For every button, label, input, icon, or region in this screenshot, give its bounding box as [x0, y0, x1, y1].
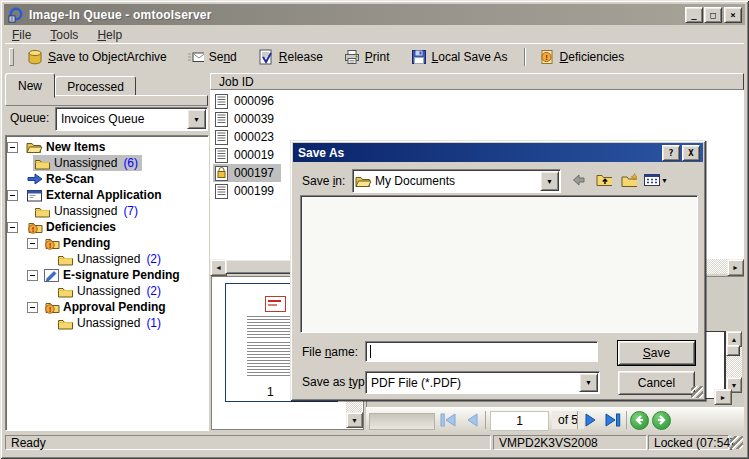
- tree-item-unassigned-1[interactable]: Unassigned(1): [56, 315, 165, 331]
- tree-item-label: Approval Pending: [63, 300, 166, 314]
- tree-item-external-application[interactable]: External Application: [25, 187, 166, 203]
- collapse-icon[interactable]: [7, 142, 18, 153]
- save-button[interactable]: Save: [618, 341, 695, 365]
- collapse-icon[interactable]: [27, 270, 38, 281]
- separator: [524, 48, 526, 66]
- save-button-label: Save: [643, 346, 670, 360]
- tree-item-unassigned-2[interactable]: Unassigned(2): [56, 251, 165, 267]
- separator: [485, 411, 486, 429]
- tab-new[interactable]: New: [5, 73, 55, 98]
- cancel-button-label: Cancel: [638, 376, 675, 390]
- status-ready-text: Ready: [11, 436, 46, 450]
- toolbar-save-to-objectarchive[interactable]: Save to ObjectArchive: [20, 47, 174, 67]
- collapse-icon[interactable]: [7, 190, 18, 201]
- job-row-000096[interactable]: 000096: [213, 92, 281, 110]
- scrollbar-thumb[interactable]: [726, 345, 740, 356]
- collapse-icon[interactable]: [27, 302, 38, 313]
- menu-tools[interactable]: Tools: [43, 27, 85, 43]
- dialog-close-button[interactable]: X: [682, 145, 700, 161]
- toolbar-label: Release: [279, 50, 323, 64]
- last-page-button[interactable]: [602, 410, 623, 430]
- toolbar-label: Print: [365, 50, 390, 64]
- tree-item-label: Unassigned: [77, 316, 140, 330]
- status-bar: Ready VMPD2K3VS2008 Locked (07:54): [4, 433, 745, 453]
- toolbar-local-save-as[interactable]: Local Save As: [404, 47, 515, 67]
- tree-item-new-items[interactable]: New Items: [25, 139, 109, 155]
- send-icon: [188, 49, 204, 65]
- job-row-000199[interactable]: 000199: [213, 182, 281, 200]
- tab-processed[interactable]: Processed: [55, 76, 136, 97]
- close-button[interactable]: ×: [724, 7, 742, 23]
- menu-help[interactable]: Help: [90, 27, 129, 43]
- window-resize-grip[interactable]: [730, 436, 743, 449]
- status-message-pane: Ready: [5, 435, 491, 450]
- dialog-resize-grip[interactable]: [691, 386, 703, 398]
- toolbar-print[interactable]: Print: [337, 47, 397, 67]
- toolbar-deficiencies[interactable]: !Deficiencies: [532, 47, 632, 67]
- new-folder-button[interactable]: [618, 170, 640, 190]
- chevron-down-icon[interactable]: ▼: [187, 109, 206, 129]
- tree-item-unassigned-6[interactable]: Unassigned(6): [33, 155, 142, 171]
- tree-item-pending[interactable]: !Pending: [42, 235, 114, 251]
- tree-item-label: E-signature Pending: [63, 268, 180, 282]
- tree-item-label: Unassigned: [54, 204, 117, 218]
- toolbar-send[interactable]: Send: [181, 47, 244, 67]
- page-navigation-bar: 1 of 5: [366, 407, 744, 433]
- job-row-000197[interactable]: 000197: [213, 164, 281, 182]
- previous-page-button[interactable]: [461, 410, 482, 430]
- file-name-input[interactable]: [365, 341, 598, 362]
- minimize-button[interactable]: _: [685, 7, 703, 23]
- tree-item-re-scan[interactable]: Re-Scan: [25, 171, 98, 187]
- next-page-button[interactable]: [580, 410, 601, 430]
- back-button[interactable]: [567, 170, 589, 190]
- job-row-000039[interactable]: 000039: [213, 110, 281, 128]
- queue-value: Invoices Queue: [56, 112, 186, 126]
- file-list-area[interactable]: [300, 195, 698, 333]
- warning-icon: !: [26, 220, 43, 234]
- job-row-000023[interactable]: 000023: [213, 128, 281, 146]
- help-button[interactable]: ?: [662, 145, 680, 161]
- save-as-type-select[interactable]: PDF File (*.PDF) ▼: [365, 371, 600, 394]
- scroll-right-icon[interactable]: ►: [714, 389, 732, 405]
- title-bar[interactable]: Image-In Queue - omtoolserver _ □ ×: [4, 4, 745, 25]
- job-row-000019[interactable]: 000019: [213, 146, 281, 164]
- menu-file[interactable]: File: [5, 27, 38, 43]
- release-icon: [258, 49, 274, 65]
- tree-item-label: Deficiencies: [46, 220, 116, 234]
- chevron-down-icon[interactable]: ▼: [540, 171, 559, 191]
- tree-item-label: New Items: [46, 140, 105, 154]
- save-in-value: My Documents: [371, 174, 539, 188]
- maximize-button[interactable]: □: [704, 7, 722, 23]
- print-icon: [344, 49, 360, 65]
- tree-item-e-signature-pending[interactable]: E-signature Pending: [42, 267, 184, 283]
- scroll-right-icon[interactable]: ►: [727, 259, 744, 276]
- queue-label: Queue:: [10, 111, 49, 125]
- cancel-button[interactable]: Cancel: [618, 371, 695, 395]
- job-id-header-label: Job ID: [219, 75, 254, 89]
- collapse-icon[interactable]: [27, 238, 38, 249]
- history-back-button[interactable]: [629, 410, 650, 430]
- tree-item-unassigned-2[interactable]: Unassigned(2): [56, 283, 165, 299]
- tree-item-unassigned-7[interactable]: Unassigned(7): [33, 203, 142, 219]
- first-page-button[interactable]: [438, 410, 459, 430]
- history-forward-button[interactable]: [651, 410, 672, 430]
- toolbar-release[interactable]: Release: [251, 47, 330, 67]
- save-as-type-label: Save as type:: [302, 375, 375, 389]
- up-one-level-button[interactable]: [593, 170, 615, 190]
- svg-text:!: !: [31, 224, 34, 233]
- save-in-select[interactable]: My Documents ▼: [352, 169, 561, 193]
- view-menu-button[interactable]: ▼: [642, 170, 670, 190]
- tree-item-deficiencies[interactable]: !Deficiencies: [25, 219, 120, 235]
- up-one-level-icon: [596, 172, 612, 188]
- queue-select[interactable]: Invoices Queue ▼: [55, 107, 208, 131]
- collapse-icon[interactable]: [7, 222, 18, 233]
- preview-vscrollbar[interactable]: ▲ ▼: [726, 331, 742, 393]
- dialog-title-bar[interactable]: Save As ? X: [293, 143, 703, 162]
- page-number-input[interactable]: 1: [490, 411, 549, 431]
- toolbar-grip[interactable]: [9, 48, 14, 66]
- scroll-down-icon[interactable]: ▼: [346, 412, 363, 428]
- tree-item-approval-pending[interactable]: !Approval Pending: [42, 299, 170, 315]
- chevron-down-icon[interactable]: ▼: [579, 373, 598, 392]
- job-id-column-header[interactable]: Job ID: [210, 73, 744, 90]
- menu-bar: FileToolsHelp: [5, 26, 744, 43]
